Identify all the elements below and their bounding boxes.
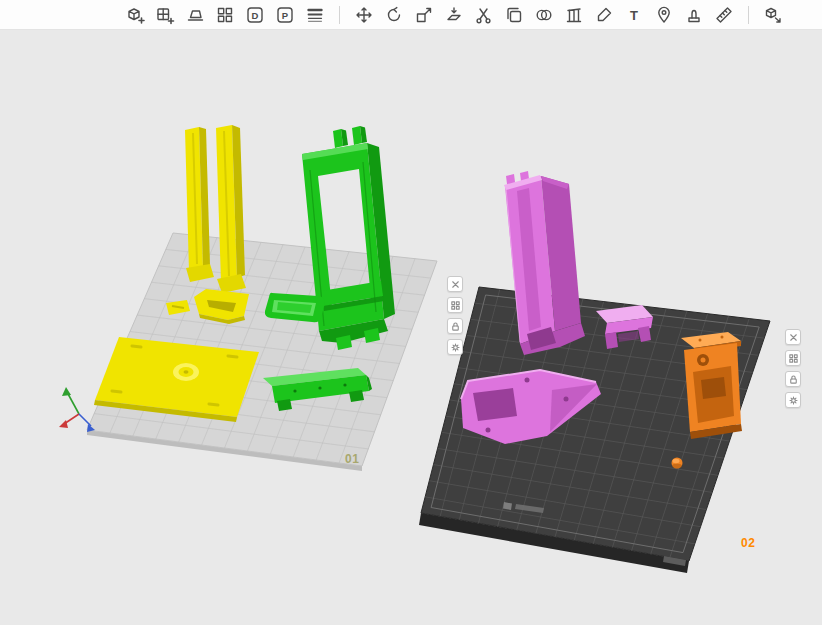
close-plate-icon — [450, 279, 461, 290]
model-orange-knob[interactable] — [672, 458, 683, 469]
toolbar-separator — [748, 6, 749, 24]
add-object-button[interactable] — [124, 4, 146, 26]
split-to-parts-icon: P — [275, 5, 295, 25]
plate-1-close-button[interactable] — [447, 276, 463, 292]
arrange-plate-icon — [788, 353, 799, 364]
rotate-icon — [384, 5, 404, 25]
scale-button[interactable] — [413, 4, 435, 26]
move-button[interactable] — [353, 4, 375, 26]
place-on-face-button[interactable] — [443, 4, 465, 26]
plate-1-arrange-button[interactable] — [447, 297, 463, 313]
auto-orient-button[interactable] — [184, 4, 206, 26]
toolbar-separator — [339, 6, 340, 24]
plate-1-lock-button[interactable] — [447, 318, 463, 334]
color-painting-button[interactable] — [593, 4, 615, 26]
plate-2-settings-button[interactable] — [785, 392, 801, 408]
plate-settings-icon — [788, 395, 799, 406]
place-on-face-icon — [444, 5, 464, 25]
mesh-boolean-icon — [534, 5, 554, 25]
close-plate-icon — [788, 332, 799, 343]
rotate-button[interactable] — [383, 4, 405, 26]
variable-layer-height-icon — [305, 5, 325, 25]
svg-text:T: T — [630, 8, 638, 23]
split-to-objects-icon: D — [245, 5, 265, 25]
assembly-view-button[interactable] — [762, 4, 784, 26]
plate-1-settings-button[interactable] — [447, 339, 463, 355]
support-painting-icon — [564, 5, 584, 25]
arrange-icon — [215, 5, 235, 25]
measure-icon — [714, 5, 734, 25]
measure-button[interactable] — [713, 4, 735, 26]
support-painting-button[interactable] — [563, 4, 585, 26]
axis-z — [67, 392, 79, 414]
mesh-boolean-button[interactable] — [533, 4, 555, 26]
lock-plate-icon — [788, 374, 799, 385]
cut-icon — [474, 5, 494, 25]
color-painting-icon — [594, 5, 614, 25]
plate-2-label[interactable]: 02 — [741, 536, 755, 550]
plate-2-close-button[interactable] — [785, 329, 801, 345]
seam-painting-icon — [654, 5, 674, 25]
emboss-button[interactable] — [683, 4, 705, 26]
viewport-3d[interactable] — [0, 0, 822, 625]
slicer-window: D P — [0, 0, 822, 625]
move-icon — [354, 5, 374, 25]
plate-1-toolbar — [447, 276, 463, 355]
text-tool-button[interactable]: T — [623, 4, 645, 26]
emboss-icon — [684, 5, 704, 25]
lock-plate-icon — [450, 321, 461, 332]
plate-2-lock-button[interactable] — [785, 371, 801, 387]
scale-icon — [414, 5, 434, 25]
main-toolbar: D P — [0, 0, 822, 30]
plate-1-label[interactable]: 01 — [345, 452, 359, 466]
auto-orient-icon — [185, 5, 205, 25]
add-object-icon — [125, 5, 145, 25]
plate-settings-icon — [450, 342, 461, 353]
plate-2-arrange-button[interactable] — [785, 350, 801, 366]
split-to-objects-button[interactable]: D — [244, 4, 266, 26]
split-to-parts-button[interactable]: P — [274, 4, 296, 26]
clone-button[interactable] — [503, 4, 525, 26]
model-yellow-panel-left[interactable] — [185, 127, 214, 282]
plate-2-toolbar — [785, 329, 801, 408]
orientation-axes — [59, 387, 95, 432]
text-tool-icon: T — [624, 5, 644, 25]
svg-text:P: P — [282, 9, 289, 20]
cut-button[interactable] — [473, 4, 495, 26]
model-green-lid[interactable] — [265, 293, 325, 322]
svg-text:D: D — [252, 9, 259, 20]
axis-y — [79, 414, 91, 426]
assembly-view-icon — [763, 5, 783, 25]
arrange-plate-icon — [450, 300, 461, 311]
seam-painting-button[interactable] — [653, 4, 675, 26]
clone-icon — [504, 5, 524, 25]
add-plate-icon — [155, 5, 175, 25]
arrange-button[interactable] — [214, 4, 236, 26]
variable-layer-height-button[interactable] — [304, 4, 326, 26]
add-plate-button[interactable] — [154, 4, 176, 26]
